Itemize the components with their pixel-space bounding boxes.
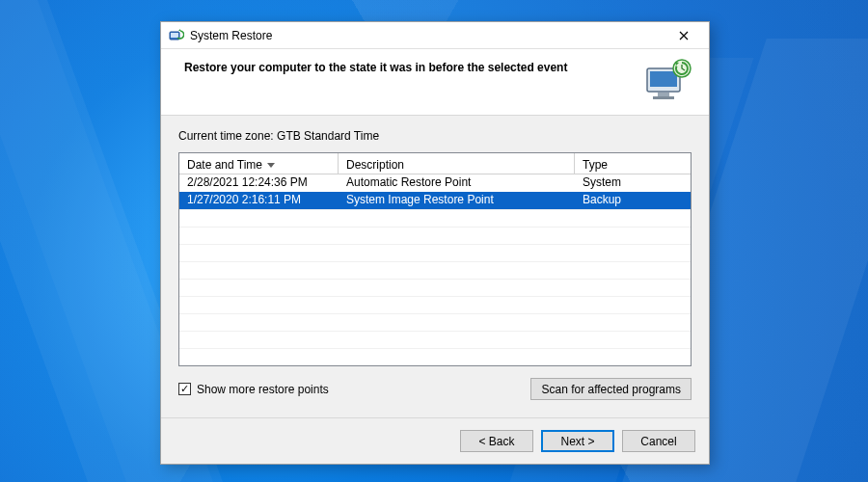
empty-row — [179, 313, 691, 331]
table-body: 2/28/2021 12:24:36 PMAutomatic Restore P… — [179, 174, 691, 365]
next-button[interactable]: Next > — [541, 430, 614, 452]
empty-row — [179, 209, 691, 227]
next-button-label: Next > — [560, 435, 594, 448]
column-header-date-time-label: Date and Time — [187, 158, 262, 172]
cell-description: System Image Restore Point — [339, 192, 575, 209]
back-button-label: < Back — [478, 435, 514, 448]
back-button[interactable]: < Back — [460, 430, 533, 452]
column-header-date-time[interactable]: Date and Time — [179, 153, 339, 174]
table-row[interactable]: 1/27/2020 2:16:11 PMSystem Image Restore… — [179, 192, 691, 209]
table-row[interactable]: 2/28/2021 12:24:36 PMAutomatic Restore P… — [179, 174, 691, 192]
empty-row — [179, 261, 691, 279]
column-header-description[interactable]: Description — [339, 153, 575, 174]
show-more-label: Show more restore points — [197, 383, 329, 396]
system-restore-icon — [169, 28, 184, 43]
titlebar[interactable]: System Restore — [161, 22, 709, 49]
wizard-header: Restore your computer to the state it wa… — [161, 49, 709, 116]
restore-monitor-icon — [643, 59, 693, 101]
scan-affected-programs-button[interactable]: Scan for affected programs — [530, 378, 692, 400]
column-header-description-label: Description — [346, 158, 404, 172]
cell-description: Automatic Restore Point — [339, 174, 575, 192]
empty-row — [179, 296, 691, 313]
empty-row — [179, 244, 691, 261]
svg-rect-1 — [171, 33, 178, 38]
scan-button-label: Scan for affected programs — [541, 383, 681, 396]
cancel-button-label: Cancel — [640, 435, 676, 448]
show-more-restore-points-checkbox[interactable]: Show more restore points — [178, 383, 329, 396]
table-footer-controls: Show more restore points Scan for affect… — [178, 378, 692, 400]
empty-row — [179, 227, 691, 244]
cancel-button[interactable]: Cancel — [622, 430, 695, 452]
empty-row — [179, 348, 691, 365]
restore-points-table: Date and Time Description Type 2/28/2021… — [178, 152, 692, 366]
close-button[interactable] — [665, 25, 703, 46]
wizard-footer: < Back Next > Cancel — [161, 417, 709, 464]
table-header-row: Date and Time Description Type — [179, 153, 691, 174]
timezone-label: Current time zone: GTB Standard Time — [178, 129, 692, 143]
column-header-type[interactable]: Type — [575, 153, 691, 174]
cell-date-time: 2/28/2021 12:24:36 PM — [179, 174, 339, 192]
cell-type: Backup — [575, 192, 691, 209]
cell-type: System — [575, 174, 691, 192]
svg-rect-4 — [658, 93, 669, 96]
checkbox-icon — [178, 383, 191, 395]
cell-date-time: 1/27/2020 2:16:11 PM — [179, 192, 339, 209]
window-title: System Restore — [190, 29, 665, 42]
column-header-type-label: Type — [583, 158, 608, 172]
wizard-heading: Restore your computer to the state it wa… — [184, 59, 636, 74]
system-restore-dialog: System Restore Restore your computer to … — [160, 21, 710, 465]
empty-row — [179, 331, 691, 348]
wizard-body: Current time zone: GTB Standard Time Dat… — [161, 116, 709, 417]
svg-rect-5 — [653, 96, 674, 99]
empty-row — [179, 279, 691, 296]
svg-rect-3 — [650, 71, 677, 87]
